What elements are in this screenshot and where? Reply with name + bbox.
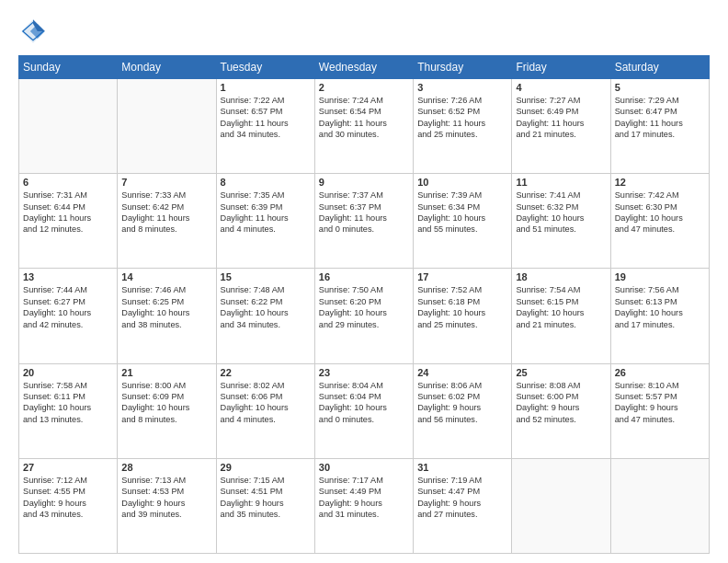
day-number: 20 bbox=[23, 367, 113, 378]
day-number: 26 bbox=[615, 367, 705, 378]
day-info: Sunrise: 8:02 AM Sunset: 6:06 PM Dayligh… bbox=[221, 380, 311, 426]
calendar-cell: 5Sunrise: 7:29 AM Sunset: 6:47 PM Daylig… bbox=[610, 79, 709, 174]
calendar-cell: 22Sunrise: 8:02 AM Sunset: 6:06 PM Dayli… bbox=[216, 363, 314, 458]
weekday-header: Tuesday bbox=[216, 56, 314, 79]
calendar-cell bbox=[610, 458, 709, 553]
day-number: 19 bbox=[615, 271, 705, 282]
day-number: 12 bbox=[615, 177, 705, 188]
calendar-cell: 10Sunrise: 7:39 AM Sunset: 6:34 PM Dayli… bbox=[414, 174, 512, 269]
day-number: 17 bbox=[417, 271, 507, 282]
calendar-cell: 24Sunrise: 8:06 AM Sunset: 6:02 PM Dayli… bbox=[414, 363, 512, 458]
day-number: 25 bbox=[516, 367, 606, 378]
calendar-cell: 13Sunrise: 7:44 AM Sunset: 6:27 PM Dayli… bbox=[19, 269, 118, 363]
weekday-header: Wednesday bbox=[314, 56, 413, 79]
day-number: 28 bbox=[121, 462, 211, 473]
weekday-header: Friday bbox=[512, 56, 610, 79]
day-number: 14 bbox=[121, 271, 211, 282]
logo bbox=[18, 17, 53, 46]
weekday-header: Thursday bbox=[414, 56, 512, 79]
day-number: 4 bbox=[516, 82, 606, 93]
header bbox=[18, 17, 710, 46]
calendar-week-row: 1Sunrise: 7:22 AM Sunset: 6:57 PM Daylig… bbox=[19, 79, 710, 174]
day-info: Sunrise: 7:41 AM Sunset: 6:32 PM Dayligh… bbox=[516, 190, 606, 236]
calendar-cell: 4Sunrise: 7:27 AM Sunset: 6:49 PM Daylig… bbox=[512, 79, 610, 174]
day-info: Sunrise: 7:39 AM Sunset: 6:34 PM Dayligh… bbox=[417, 190, 507, 236]
day-info: Sunrise: 7:17 AM Sunset: 4:49 PM Dayligh… bbox=[319, 475, 409, 521]
day-number: 27 bbox=[23, 462, 113, 473]
calendar-cell: 30Sunrise: 7:17 AM Sunset: 4:49 PM Dayli… bbox=[314, 458, 413, 553]
calendar-cell: 21Sunrise: 8:00 AM Sunset: 6:09 PM Dayli… bbox=[118, 363, 216, 458]
calendar-cell: 8Sunrise: 7:35 AM Sunset: 6:39 PM Daylig… bbox=[216, 174, 314, 269]
day-number: 2 bbox=[319, 82, 409, 93]
day-number: 6 bbox=[23, 177, 113, 188]
day-info: Sunrise: 7:50 AM Sunset: 6:20 PM Dayligh… bbox=[319, 284, 409, 330]
calendar-cell: 29Sunrise: 7:15 AM Sunset: 4:51 PM Dayli… bbox=[216, 458, 314, 553]
day-info: Sunrise: 7:44 AM Sunset: 6:27 PM Dayligh… bbox=[23, 284, 113, 330]
day-info: Sunrise: 7:58 AM Sunset: 6:11 PM Dayligh… bbox=[23, 380, 113, 426]
day-info: Sunrise: 7:15 AM Sunset: 4:51 PM Dayligh… bbox=[221, 475, 311, 521]
day-number: 16 bbox=[319, 271, 409, 282]
calendar-cell: 28Sunrise: 7:13 AM Sunset: 4:53 PM Dayli… bbox=[118, 458, 216, 553]
calendar-cell: 20Sunrise: 7:58 AM Sunset: 6:11 PM Dayli… bbox=[19, 363, 118, 458]
calendar-cell: 31Sunrise: 7:19 AM Sunset: 4:47 PM Dayli… bbox=[414, 458, 512, 553]
day-number: 9 bbox=[319, 177, 409, 188]
day-info: Sunrise: 7:24 AM Sunset: 6:54 PM Dayligh… bbox=[319, 95, 409, 141]
page: SundayMondayTuesdayWednesdayThursdayFrid… bbox=[0, 0, 728, 563]
calendar-week-row: 13Sunrise: 7:44 AM Sunset: 6:27 PM Dayli… bbox=[19, 269, 710, 363]
weekday-header: Saturday bbox=[610, 56, 709, 79]
weekday-header: Sunday bbox=[19, 56, 118, 79]
day-info: Sunrise: 7:26 AM Sunset: 6:52 PM Dayligh… bbox=[417, 95, 507, 141]
day-info: Sunrise: 7:27 AM Sunset: 6:49 PM Dayligh… bbox=[516, 95, 606, 141]
day-info: Sunrise: 7:13 AM Sunset: 4:53 PM Dayligh… bbox=[121, 475, 211, 521]
day-info: Sunrise: 7:46 AM Sunset: 6:25 PM Dayligh… bbox=[121, 284, 211, 330]
day-number: 10 bbox=[417, 177, 507, 188]
logo-icon bbox=[18, 17, 48, 46]
day-info: Sunrise: 8:08 AM Sunset: 6:00 PM Dayligh… bbox=[516, 380, 606, 426]
calendar-cell: 11Sunrise: 7:41 AM Sunset: 6:32 PM Dayli… bbox=[512, 174, 610, 269]
day-number: 3 bbox=[417, 82, 507, 93]
day-number: 22 bbox=[221, 367, 311, 378]
calendar-cell: 25Sunrise: 8:08 AM Sunset: 6:00 PM Dayli… bbox=[512, 363, 610, 458]
day-info: Sunrise: 7:52 AM Sunset: 6:18 PM Dayligh… bbox=[417, 284, 507, 330]
day-info: Sunrise: 7:48 AM Sunset: 6:22 PM Dayligh… bbox=[221, 284, 311, 330]
calendar-cell: 27Sunrise: 7:12 AM Sunset: 4:55 PM Dayli… bbox=[19, 458, 118, 553]
calendar-cell: 7Sunrise: 7:33 AM Sunset: 6:42 PM Daylig… bbox=[118, 174, 216, 269]
day-info: Sunrise: 8:00 AM Sunset: 6:09 PM Dayligh… bbox=[121, 380, 211, 426]
day-number: 13 bbox=[23, 271, 113, 282]
calendar-cell: 19Sunrise: 7:56 AM Sunset: 6:13 PM Dayli… bbox=[610, 269, 709, 363]
day-number: 23 bbox=[319, 367, 409, 378]
calendar-cell: 1Sunrise: 7:22 AM Sunset: 6:57 PM Daylig… bbox=[216, 79, 314, 174]
day-info: Sunrise: 7:35 AM Sunset: 6:39 PM Dayligh… bbox=[221, 190, 311, 236]
calendar-cell: 6Sunrise: 7:31 AM Sunset: 6:44 PM Daylig… bbox=[19, 174, 118, 269]
calendar-cell: 14Sunrise: 7:46 AM Sunset: 6:25 PM Dayli… bbox=[118, 269, 216, 363]
day-number: 30 bbox=[319, 462, 409, 473]
day-number: 8 bbox=[221, 177, 311, 188]
calendar-cell: 23Sunrise: 8:04 AM Sunset: 6:04 PM Dayli… bbox=[314, 363, 413, 458]
day-number: 11 bbox=[516, 177, 606, 188]
weekday-header: Monday bbox=[118, 56, 216, 79]
day-info: Sunrise: 7:19 AM Sunset: 4:47 PM Dayligh… bbox=[417, 475, 507, 521]
calendar-cell: 17Sunrise: 7:52 AM Sunset: 6:18 PM Dayli… bbox=[414, 269, 512, 363]
calendar-cell: 12Sunrise: 7:42 AM Sunset: 6:30 PM Dayli… bbox=[610, 174, 709, 269]
calendar-cell: 2Sunrise: 7:24 AM Sunset: 6:54 PM Daylig… bbox=[314, 79, 413, 174]
day-number: 7 bbox=[121, 177, 211, 188]
day-info: Sunrise: 7:12 AM Sunset: 4:55 PM Dayligh… bbox=[23, 475, 113, 521]
calendar-cell: 26Sunrise: 8:10 AM Sunset: 5:57 PM Dayli… bbox=[610, 363, 709, 458]
day-number: 15 bbox=[221, 271, 311, 282]
calendar-week-row: 6Sunrise: 7:31 AM Sunset: 6:44 PM Daylig… bbox=[19, 174, 710, 269]
calendar-cell: 3Sunrise: 7:26 AM Sunset: 6:52 PM Daylig… bbox=[414, 79, 512, 174]
calendar-week-row: 20Sunrise: 7:58 AM Sunset: 6:11 PM Dayli… bbox=[19, 363, 710, 458]
calendar-cell: 16Sunrise: 7:50 AM Sunset: 6:20 PM Dayli… bbox=[314, 269, 413, 363]
calendar-cell: 9Sunrise: 7:37 AM Sunset: 6:37 PM Daylig… bbox=[314, 174, 413, 269]
day-info: Sunrise: 7:22 AM Sunset: 6:57 PM Dayligh… bbox=[221, 95, 311, 141]
day-number: 18 bbox=[516, 271, 606, 282]
day-info: Sunrise: 7:42 AM Sunset: 6:30 PM Dayligh… bbox=[615, 190, 705, 236]
day-info: Sunrise: 8:06 AM Sunset: 6:02 PM Dayligh… bbox=[417, 380, 507, 426]
calendar-header-row: SundayMondayTuesdayWednesdayThursdayFrid… bbox=[19, 56, 710, 79]
calendar-cell: 18Sunrise: 7:54 AM Sunset: 6:15 PM Dayli… bbox=[512, 269, 610, 363]
day-number: 1 bbox=[221, 82, 311, 93]
calendar-table: SundayMondayTuesdayWednesdayThursdayFrid… bbox=[18, 55, 710, 554]
calendar-cell bbox=[19, 79, 118, 174]
day-number: 5 bbox=[615, 82, 705, 93]
day-info: Sunrise: 7:31 AM Sunset: 6:44 PM Dayligh… bbox=[23, 190, 113, 236]
